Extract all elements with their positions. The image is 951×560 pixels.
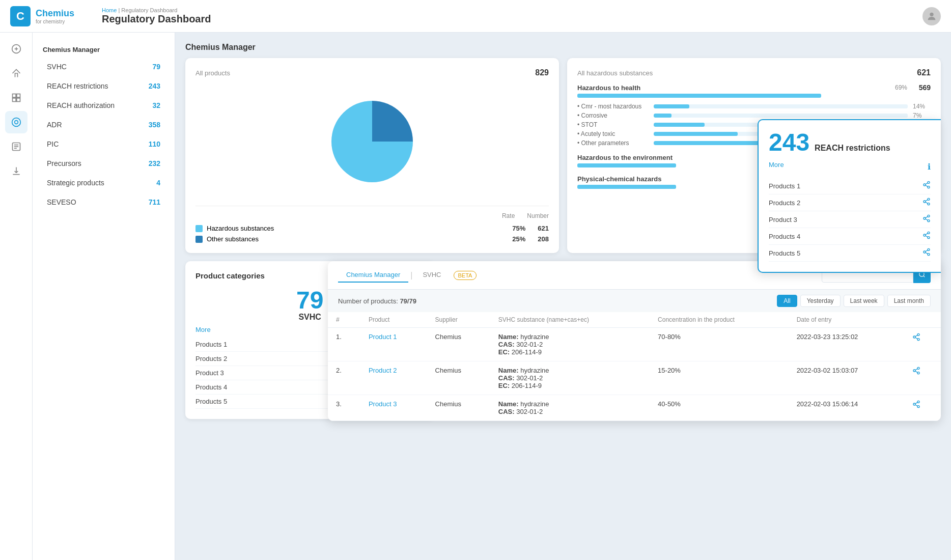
- hazard-health-title: Hazardous to health 69% 569: [577, 83, 931, 92]
- tab-beta-badge: BETA: [454, 271, 477, 280]
- row3-num: 3.: [328, 395, 360, 421]
- sidebar-item-strategic-count: 4: [156, 179, 160, 187]
- table-count-label: Number of products: 79/79: [338, 297, 416, 305]
- svg-line-45: [915, 338, 918, 339]
- svg-point-32: [928, 237, 930, 239]
- svg-point-27: [928, 220, 930, 222]
- row3-concentration: 40-50%: [650, 395, 789, 421]
- legend-rate-other: 25%: [512, 235, 525, 243]
- reach-share-icon-3[interactable]: [922, 214, 931, 225]
- all-hazardous-label: All hazardous substances: [577, 69, 653, 77]
- reach-overlay: 243 REACH restrictions More ℹ Products 1…: [758, 119, 941, 273]
- products-icon[interactable]: [5, 87, 27, 109]
- row1-share[interactable]: [904, 328, 941, 361]
- reach-share-icon-5[interactable]: [922, 248, 931, 258]
- reach-share-icon-2[interactable]: [922, 198, 931, 208]
- legend-row-other: Other substances 25% 208: [195, 235, 549, 243]
- col-num: #: [328, 312, 360, 328]
- sidebar-item-adr[interactable]: ADR 358: [37, 116, 171, 134]
- reach-product-row-5: Products 5: [769, 245, 931, 262]
- svg-point-26: [924, 217, 926, 219]
- sidebar-item-strategic-label: Strategic products: [47, 179, 104, 187]
- svg-point-44: [917, 339, 919, 341]
- row2-share[interactable]: [904, 361, 941, 395]
- sidebar-item-precursors-count: 232: [149, 159, 160, 167]
- svg-line-33: [926, 236, 928, 237]
- sidebar-item-seveso[interactable]: SEVESO 711: [37, 193, 171, 211]
- tabs-overlay: Chemius Manager | SVHC BETA Number of pr…: [328, 261, 941, 421]
- legend-label-other: Other substances: [207, 235, 259, 243]
- row3-product: Product 3: [360, 395, 427, 421]
- sidebar-item-precursors-label: Precursors: [47, 159, 81, 167]
- svg-point-49: [917, 372, 919, 374]
- svg-point-54: [917, 406, 919, 408]
- regulatory-icon[interactable]: [5, 111, 27, 133]
- filter-lastmonth-button[interactable]: Last month: [887, 295, 931, 307]
- row1-product: Product 1: [360, 328, 427, 361]
- svg-rect-6: [12, 98, 16, 102]
- hazardous-header: All hazardous substances 621: [577, 68, 931, 77]
- reach-info-icon[interactable]: ℹ: [928, 162, 931, 172]
- tab-chemius-manager[interactable]: Chemius Manager: [338, 268, 408, 283]
- nav-panel: Chemius Manager SVHC 79 REACH restrictio…: [33, 33, 175, 560]
- table-filter-buttons: All Yesterday Last week Last month: [777, 295, 931, 307]
- svg-point-35: [928, 248, 930, 250]
- reach-product-1: Products 1: [769, 182, 800, 190]
- svg-point-21: [924, 201, 926, 203]
- breadcrumb-current: Regulatory Dashboard: [121, 7, 177, 13]
- create-icon[interactable]: [5, 38, 27, 60]
- sidebar-item-pic[interactable]: PIC 110: [37, 135, 171, 153]
- filter-lastweek-button[interactable]: Last week: [844, 295, 884, 307]
- sidebar-item-precursors[interactable]: Precursors 232: [37, 154, 171, 173]
- filter-all-button[interactable]: All: [777, 295, 797, 307]
- filter-yesterday-button[interactable]: Yesterday: [800, 295, 841, 307]
- sidebar: [0, 33, 33, 560]
- sidebar-item-seveso-count: 711: [149, 198, 160, 206]
- svg-point-17: [928, 186, 930, 188]
- table-info-row: Number of products: 79/79 All Yesterday …: [328, 290, 941, 312]
- compliance-icon[interactable]: [5, 135, 27, 158]
- svg-line-39: [926, 250, 928, 251]
- svg-line-24: [926, 200, 928, 201]
- row3-share[interactable]: [904, 395, 941, 421]
- sidebar-item-seveso-label: SEVESO: [47, 198, 76, 206]
- svg-point-48: [913, 370, 915, 372]
- home-icon[interactable]: [5, 62, 27, 85]
- svg-point-31: [924, 234, 926, 236]
- legend-number-hazardous: 621: [538, 225, 549, 232]
- health-main-bar: [577, 94, 821, 98]
- sidebar-item-reach-authorization[interactable]: REACH authorization 32: [37, 96, 171, 115]
- user-avatar[interactable]: [922, 7, 941, 25]
- main-content: Chemius Manager All products 829: [175, 33, 951, 560]
- svhc-more-link[interactable]: More: [195, 326, 211, 333]
- svg-point-16: [924, 184, 926, 186]
- reach-more-link[interactable]: More: [769, 161, 784, 169]
- breadcrumb-home-link[interactable]: Home: [102, 7, 117, 13]
- legend-number-other: 208: [538, 235, 549, 243]
- svg-rect-4: [12, 94, 16, 98]
- svg-point-22: [928, 203, 930, 205]
- col-concentration: Concentration in the product: [650, 312, 789, 328]
- logo-sub: for chemistry: [36, 19, 74, 24]
- svg-line-18: [926, 185, 928, 187]
- svg-line-23: [926, 202, 928, 204]
- sidebar-item-strategic[interactable]: Strategic products 4: [37, 174, 171, 192]
- svg-point-52: [917, 401, 919, 403]
- row1-date: 2022-03-23 13:25:02: [789, 328, 905, 361]
- import-icon[interactable]: [5, 160, 27, 182]
- logo-text: Chemius: [36, 8, 74, 18]
- row2-product: Product 2: [360, 361, 427, 395]
- legend-header: Rate Number: [195, 212, 549, 219]
- svg-line-29: [926, 216, 928, 218]
- sidebar-item-reach-restrictions-count: 243: [149, 82, 160, 90]
- svg-line-41: [924, 276, 925, 277]
- tab-svhc[interactable]: SVHC: [414, 268, 449, 283]
- sidebar-item-reach-restrictions[interactable]: REACH restrictions 243: [37, 77, 171, 95]
- sidebar-item-svhc[interactable]: SVHC 79: [37, 58, 171, 76]
- svg-point-25: [928, 215, 930, 217]
- col-date: Date of entry: [789, 312, 905, 328]
- svg-point-0: [930, 12, 933, 16]
- svg-point-9: [14, 121, 18, 124]
- reach-share-icon-1[interactable]: [922, 181, 931, 191]
- reach-share-icon-4[interactable]: [922, 231, 931, 241]
